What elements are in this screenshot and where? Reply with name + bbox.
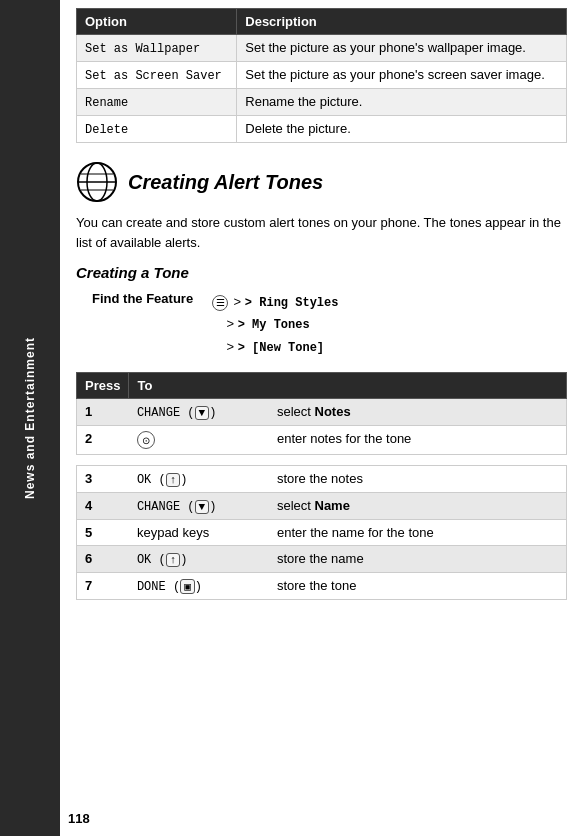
press-cell: DONE (▣) — [129, 573, 269, 600]
description-cell: Set the picture as your phone's wallpape… — [237, 35, 567, 62]
description-cell: Set the picture as your phone's screen s… — [237, 62, 567, 89]
to-cell: select Name — [269, 493, 567, 520]
row-num: 1 — [77, 399, 129, 426]
to-cell: store the tone — [269, 573, 567, 600]
section-heading: Creating Alert Tones — [76, 161, 567, 203]
find-feature-step-1: ☰ > > Ring Styles — [212, 291, 338, 313]
spacer-row — [77, 455, 567, 466]
find-feature-label: Find the Feature — [92, 291, 212, 358]
table-row: 6 OK (↑) store the name — [77, 546, 567, 573]
press-cell: CHANGE (▼) — [129, 493, 269, 520]
table-row: 3 OK (↑) store the notes — [77, 466, 567, 493]
row-num: 7 — [77, 573, 129, 600]
to-cell: enter the name for the tone — [269, 520, 567, 546]
option-cell: Set as Screen Saver — [77, 62, 237, 89]
to-cell: store the notes — [269, 466, 567, 493]
row-num: 5 — [77, 520, 129, 546]
find-feature-step-2: > > My Tones — [212, 313, 338, 335]
option-cell: Delete — [77, 116, 237, 143]
table-row: 1 CHANGE (▼) select Notes — [77, 399, 567, 426]
menu-circle-icon: ☰ — [212, 295, 228, 311]
table-row: Delete Delete the picture. — [77, 116, 567, 143]
to-cell: store the name — [269, 546, 567, 573]
description-col-header: Description — [237, 9, 567, 35]
press-table: Press To 1 CHANGE (▼) select Notes 2 ⊙ e… — [76, 372, 567, 600]
press-col-header: Press — [77, 373, 129, 399]
table-row: 4 CHANGE (▼) select Name — [77, 493, 567, 520]
table-row: 2 ⊙ enter notes for the tone — [77, 426, 567, 455]
sidebar-label: News and Entertainment — [23, 337, 37, 499]
to-cell: enter notes for the tone — [269, 426, 567, 455]
table-row: Rename Rename the picture. — [77, 89, 567, 116]
find-feature-block: Find the Feature ☰ > > Ring Styles > > M… — [76, 291, 567, 358]
find-feature-step-3: > > [New Tone] — [212, 336, 338, 358]
section-body: You can create and store custom alert to… — [76, 213, 567, 252]
subsection-title: Creating a Tone — [76, 264, 567, 281]
description-cell: Rename the picture. — [237, 89, 567, 116]
option-col-header: Option — [77, 9, 237, 35]
circle-button-icon: ⊙ — [137, 431, 155, 449]
to-col-header: To — [129, 373, 567, 399]
to-cell: select Notes — [269, 399, 567, 426]
press-cell: OK (↑) — [129, 466, 269, 493]
sidebar: News and Entertainment — [0, 0, 60, 836]
main-content: Option Description Set as Wallpaper Set … — [60, 0, 583, 836]
press-cell: CHANGE (▼) — [129, 399, 269, 426]
row-num: 3 — [77, 466, 129, 493]
globe-icon — [76, 161, 118, 203]
table-row: 5 keypad keys enter the name for the ton… — [77, 520, 567, 546]
option-table: Option Description Set as Wallpaper Set … — [76, 8, 567, 143]
option-cell: Set as Wallpaper — [77, 35, 237, 62]
page-number: 118 — [68, 811, 90, 826]
row-num: 2 — [77, 426, 129, 455]
press-cell: ⊙ — [129, 426, 269, 455]
section-title: Creating Alert Tones — [128, 171, 323, 194]
press-cell: OK (↑) — [129, 546, 269, 573]
description-cell: Delete the picture. — [237, 116, 567, 143]
option-cell: Rename — [77, 89, 237, 116]
table-row: Set as Screen Saver Set the picture as y… — [77, 62, 567, 89]
press-cell: keypad keys — [129, 520, 269, 546]
row-num: 4 — [77, 493, 129, 520]
row-num: 6 — [77, 546, 129, 573]
table-row: Set as Wallpaper Set the picture as your… — [77, 35, 567, 62]
find-feature-value: ☰ > > Ring Styles > > My Tones > > [New … — [212, 291, 338, 358]
table-row: 7 DONE (▣) store the tone — [77, 573, 567, 600]
